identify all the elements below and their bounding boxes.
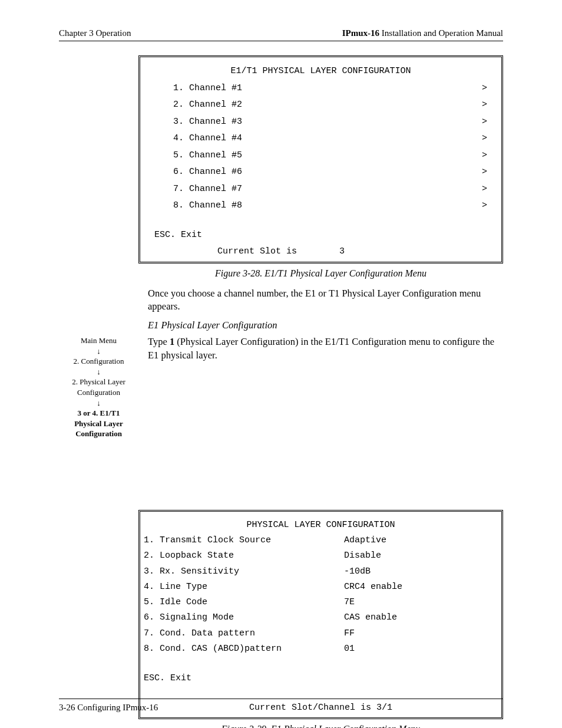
term2-row: 5. Idle Code7E: [140, 595, 501, 610]
terminal-1: E1/T1 PHYSICAL LAYER CONFIGURATION 1. Ch…: [138, 55, 503, 263]
header-right-bold: IPmux-16: [342, 28, 379, 38]
term2-row: 8. Cond. CAS (ABCD)pattern01: [140, 641, 501, 657]
running-header: Chapter 3 Operation IPmux-16 Installatio…: [59, 28, 503, 41]
body-instruction: Type 1 (Physical Layer Configuration) in…: [148, 335, 503, 439]
term1-row: 2. Channel #2>: [140, 97, 501, 114]
terminal-2-title: PHYSICAL LAYER CONFIGURATION: [140, 518, 501, 533]
term1-row: 4. Channel #4>: [140, 130, 501, 147]
term1-row: 5. Channel #5>: [140, 147, 501, 164]
chevron-right-icon: >: [482, 147, 487, 164]
paragraph-1: Once you choose a channel number, the E1…: [148, 287, 503, 314]
term2-row: 4. Line TypeCRC4 enable: [140, 579, 501, 595]
body-area: Once you choose a channel number, the E1…: [59, 287, 503, 439]
figure-caption-1: Figure 3-28. E1/T1 Physical Layer Config…: [138, 268, 503, 279]
term1-row: 7. Channel #7>: [140, 181, 501, 198]
term2-row: 6. Signaling ModeCAS enable: [140, 610, 501, 625]
chevron-right-icon: >: [482, 130, 487, 147]
chevron-right-icon: >: [482, 197, 487, 215]
page-footer: 3-26 Configuring IPmux-16: [59, 699, 503, 713]
term1-row: 6. Channel #6>: [140, 164, 501, 181]
figure-caption-2: Figure 3-29. E1 Physical Layer Configura…: [138, 724, 503, 728]
term1-row: 1. Channel #1>: [140, 80, 501, 97]
footer-text: 3-26 Configuring IPmux-16: [59, 703, 158, 712]
header-right-rest: Installation and Operation Manual: [379, 28, 503, 38]
term1-esc: ESC. Exit: [140, 227, 501, 244]
down-arrow-icon: ↓: [59, 367, 138, 377]
chevron-right-icon: >: [482, 80, 487, 97]
terminal-1-title: E1/T1 PHYSICAL LAYER CONFIGURATION: [140, 63, 501, 80]
down-arrow-icon: ↓: [59, 346, 138, 357]
terminal-2: PHYSICAL LAYER CONFIGURATION 1. Transmit…: [138, 510, 503, 719]
chevron-right-icon: >: [482, 97, 487, 114]
chevron-right-icon: >: [482, 114, 487, 131]
term1-status: Current Slot is 3: [140, 243, 501, 261]
term2-row: 3. Rx. Sensitivity-10dB: [140, 564, 501, 579]
term2-row: 7. Cond. Data patternFF: [140, 626, 501, 641]
term1-row: 8. Channel #8>: [140, 197, 501, 215]
chevron-right-icon: >: [482, 164, 487, 181]
term2-esc: ESC. Exit: [140, 671, 501, 686]
term2-row: 1. Transmit Clock SourceAdaptive: [140, 533, 501, 548]
body-intro: Once you choose a channel number, the E1…: [148, 287, 503, 336]
nav-trail: Main Menu ↓ 2. Configuration ↓ 2. Physic…: [59, 335, 138, 439]
paragraph-2: Type 1 (Physical Layer Configuration) in…: [148, 335, 503, 362]
header-right: IPmux-16 Installation and Operation Manu…: [342, 28, 503, 38]
term1-row: 3. Channel #3>: [140, 114, 501, 131]
term2-row: 2. Loopback StateDisable: [140, 548, 501, 564]
page: Chapter 3 Operation IPmux-16 Installatio…: [0, 0, 562, 728]
terminal-1-wrapper: E1/T1 PHYSICAL LAYER CONFIGURATION 1. Ch…: [138, 55, 503, 279]
terminal-2-wrapper: PHYSICAL LAYER CONFIGURATION 1. Transmit…: [138, 510, 503, 728]
header-left: Chapter 3 Operation: [59, 28, 131, 38]
down-arrow-icon: ↓: [59, 398, 138, 409]
subheading: E1 Physical Layer Configuration: [148, 319, 503, 332]
chevron-right-icon: >: [482, 181, 487, 198]
